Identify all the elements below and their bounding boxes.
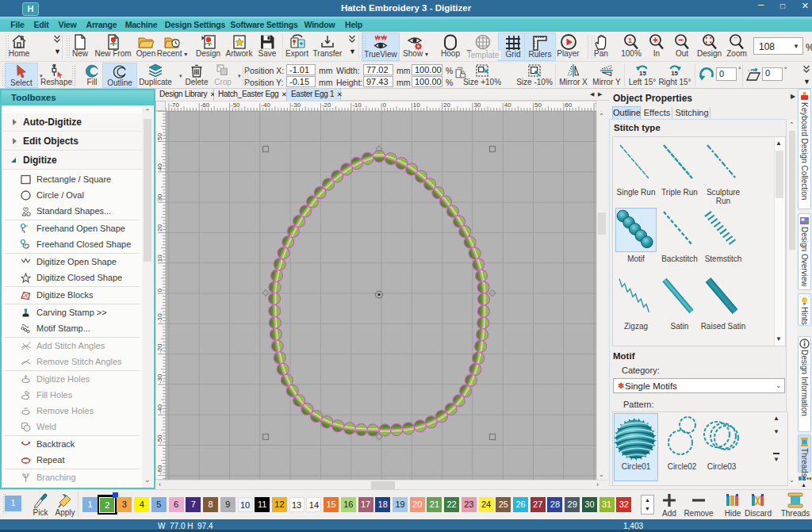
svg-text:15: 15 (671, 70, 678, 77)
svg-text:-20: -20 (156, 343, 163, 353)
svg-text:60: 60 (565, 101, 572, 109)
svg-text:-50: -50 (231, 101, 240, 109)
svg-text:50: 50 (156, 133, 163, 140)
svg-text:40: 40 (156, 163, 163, 170)
svg-text:1: 1 (628, 36, 632, 44)
svg-text:20: 20 (443, 101, 450, 109)
svg-text:-40: -40 (156, 404, 163, 414)
svg-text:-70: -70 (170, 101, 179, 109)
svg-text:50: 50 (534, 101, 542, 109)
svg-text:-60: -60 (156, 465, 163, 474)
svg-text:-30: -30 (292, 101, 301, 109)
svg-text:0: 0 (156, 289, 163, 293)
svg-text:-50: -50 (156, 434, 163, 444)
svg-text:-20: -20 (322, 101, 331, 109)
svg-text:-30: -30 (156, 373, 163, 383)
svg-text:30: 30 (473, 101, 481, 109)
svg-text:20: 20 (156, 224, 163, 231)
svg-text:-10: -10 (156, 313, 163, 323)
svg-text:30: 30 (156, 193, 163, 201)
svg-text:10: 10 (156, 255, 163, 262)
svg-text:70: 70 (596, 101, 596, 109)
svg-text:-10: -10 (352, 101, 362, 109)
svg-text:40: 40 (504, 101, 511, 109)
svg-text:0: 0 (383, 101, 387, 109)
svg-text:-60: -60 (201, 101, 210, 109)
svg-text:10: 10 (413, 101, 420, 109)
svg-text:-40: -40 (261, 101, 270, 109)
